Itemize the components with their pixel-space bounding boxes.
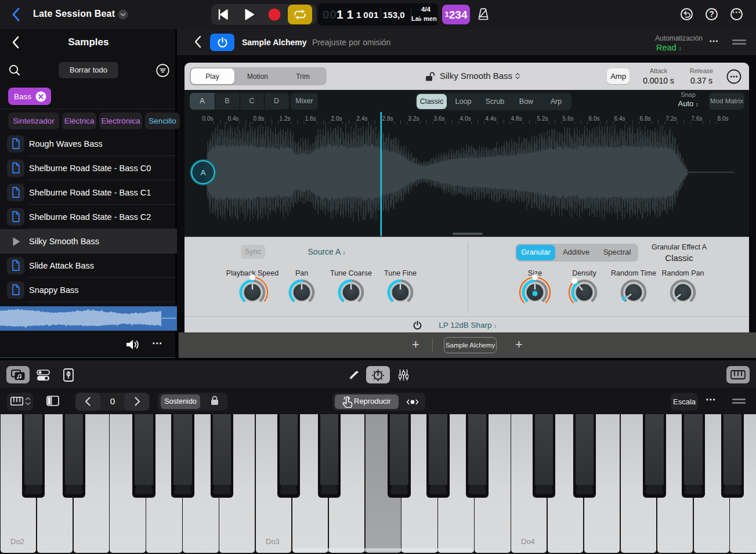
svg-text:A: A bbox=[201, 168, 206, 177]
